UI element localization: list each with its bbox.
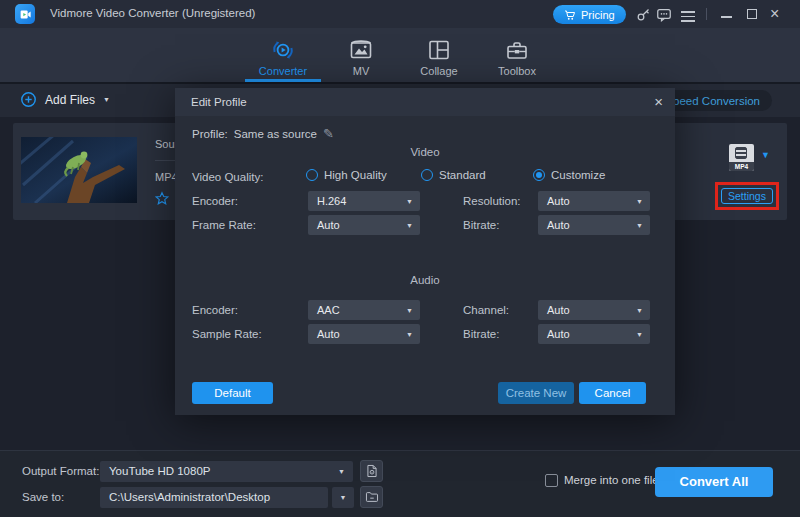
pricing-button[interactable]: Pricing [553,5,626,24]
edit-effect-star-icon[interactable] [154,191,170,207]
pricing-label: Pricing [581,9,615,21]
film-glyph [735,147,747,159]
audio-bitrate-label: Bitrate: [463,324,499,344]
dropdown-caret-icon: ▼ [340,494,347,501]
radio-customize-label: Customize [551,169,605,181]
video-encoder-value: H.264 [317,195,346,207]
dialog-close-icon[interactable]: × [654,92,663,112]
audio-encoder-value: AAC [317,304,340,316]
mv-icon [349,38,373,62]
video-bitrate-label: Bitrate: [463,215,499,235]
output-format-value: YouTube HD 1080P [109,465,210,477]
video-quality-label: Video Quality: [192,167,263,187]
dialog-title: Edit Profile [191,96,247,108]
app-window: Vidmore Video Converter (Unregistered) P… [0,0,800,517]
merge-checkbox[interactable] [545,474,558,487]
dropdown-caret-icon: ▼ [636,307,643,314]
output-format-settings-button[interactable] [360,460,383,482]
video-section-title: Video [175,146,675,158]
dropdown-caret-icon: ▼ [636,198,643,205]
dropdown-caret-icon: ▼ [338,468,345,475]
mp4-badge: MP4 [729,162,754,171]
settings-highlight-annotation: Settings [715,182,779,210]
dropdown-caret-icon: ▼ [406,198,413,205]
dialog-header: Edit Profile × [175,88,675,116]
audio-section-title: Audio [175,274,675,286]
window-close-button[interactable]: × [770,4,779,24]
tab-converter-label: Converter [259,65,307,77]
plus-circle-icon [20,91,37,108]
video-encoder-dropdown[interactable]: H.264 ▼ [308,191,420,211]
cart-icon [564,9,576,21]
add-files-button[interactable]: Add Files ▼ [20,91,110,108]
settings-button[interactable]: Settings [721,188,773,204]
resolution-dropdown[interactable]: Auto ▼ [538,191,650,211]
default-button[interactable]: Default [192,382,273,404]
tab-collage[interactable]: Collage [400,28,478,82]
save-to-label: Save to: [22,491,64,503]
maximize-button[interactable] [747,9,757,19]
frame-rate-dropdown[interactable]: Auto ▼ [308,215,420,235]
audio-bitrate-value: Auto [547,328,570,340]
frame-rate-value: Auto [317,219,340,231]
minimize-button[interactable] [721,16,732,18]
dropdown-caret-icon: ▼ [406,307,413,314]
tab-mv[interactable]: MV [322,28,400,82]
radio-circle [421,169,433,181]
dropdown-caret-icon: ▼ [406,222,413,229]
register-key-icon[interactable] [635,7,651,22]
resolution-value: Auto [547,195,570,207]
channel-label: Channel: [463,300,509,320]
title-bar: Vidmore Video Converter (Unregistered) P… [0,0,800,28]
menu-icon[interactable] [680,9,696,24]
output-format-label: Output Format: [22,465,99,477]
video-encoder-label: Encoder: [192,191,238,211]
convert-all-button[interactable]: Convert All [655,467,773,497]
output-format-dropdown[interactable]: YouTube HD 1080P ▼ [100,461,353,482]
profile-value: Same as source [234,128,317,140]
tab-converter[interactable]: Converter [244,28,322,82]
app-logo-icon [15,4,35,24]
format-dropdown-caret-icon[interactable]: ▼ [761,151,770,160]
dropdown-caret-icon: ▼ [406,331,413,338]
browse-folder-button[interactable] [360,486,383,508]
bottom-bar: Output Format: YouTube HD 1080P ▼ Save t… [0,450,800,517]
channel-dropdown[interactable]: Auto ▼ [538,300,650,320]
audio-bitrate-dropdown[interactable]: Auto ▼ [538,324,650,344]
radio-high-quality-label: High Quality [324,169,387,181]
converter-icon [271,38,295,62]
edit-pencil-icon[interactable]: ✎ [323,126,334,141]
radio-high-quality[interactable]: High Quality [306,169,387,181]
mp4-file-icon[interactable]: MP4 [729,144,754,171]
sample-rate-value: Auto [317,328,340,340]
tab-toolbox[interactable]: Toolbox [478,28,556,82]
tab-toolbox-label: Toolbox [498,65,536,77]
folder-icon [365,490,379,504]
channel-value: Auto [547,304,570,316]
dropdown-caret-icon: ▼ [636,331,643,338]
create-new-button[interactable]: Create New [498,382,574,404]
radio-standard[interactable]: Standard [421,169,486,181]
sample-rate-dropdown[interactable]: Auto ▼ [308,324,420,344]
radio-standard-label: Standard [439,169,486,181]
sample-rate-label: Sample Rate: [192,324,262,344]
cancel-button[interactable]: Cancel [579,382,646,404]
video-bitrate-value: Auto [547,219,570,231]
titlebar-divider [706,8,707,20]
save-to-dropdown-button[interactable]: ▼ [332,487,354,508]
audio-encoder-dropdown[interactable]: AAC ▼ [308,300,420,320]
dropdown-caret-icon: ▼ [636,222,643,229]
toolbox-icon [505,38,529,62]
profile-label: Profile: [192,128,228,140]
active-tab-underline [245,79,321,82]
save-to-value: C:\Users\Administrator\Desktop [109,491,270,503]
add-files-label: Add Files [45,93,95,107]
radio-customize[interactable]: Customize [533,169,605,181]
file-gear-icon [365,464,379,478]
main-nav: Converter MV Collage [0,28,800,84]
edit-profile-dialog: Edit Profile × Profile: Same as source ✎… [175,88,675,415]
save-to-field[interactable]: C:\Users\Administrator\Desktop [100,487,328,508]
feedback-chat-icon[interactable] [656,7,672,22]
output-format-selector: MP4 ▼ [716,144,776,178]
video-bitrate-dropdown[interactable]: Auto ▼ [538,215,650,235]
